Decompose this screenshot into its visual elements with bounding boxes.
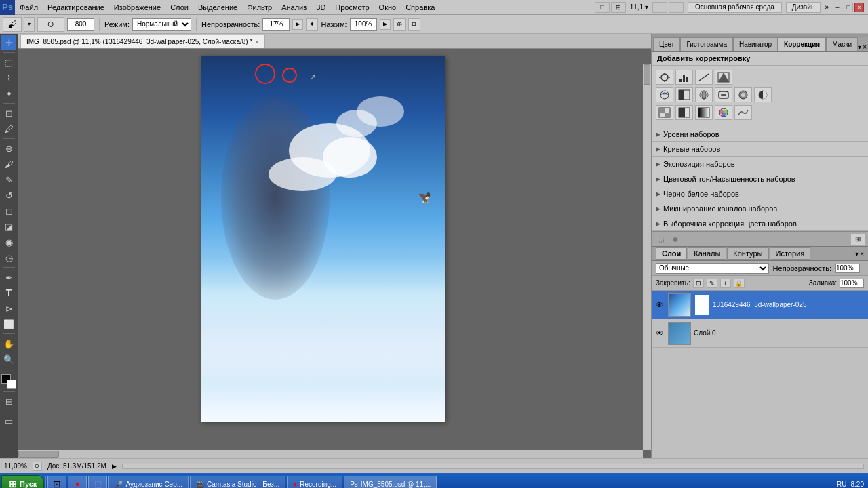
lock-icon[interactable]: 🔒 bbox=[734, 279, 745, 288]
screen-mode-btn-tools[interactable]: ▭ bbox=[1, 413, 16, 428]
layer-row-0[interactable]: 👁 1316429446_3d-wallpaper-025 bbox=[652, 291, 868, 319]
h-scroll-thumb[interactable] bbox=[18, 451, 59, 458]
text-tool[interactable]: T bbox=[1, 285, 16, 300]
layer-blend-select[interactable]: Обычные bbox=[656, 263, 769, 274]
gradient-tool[interactable]: ◪ bbox=[1, 219, 16, 234]
shape-tool[interactable]: ⬜ bbox=[1, 317, 16, 331]
marquee-tool[interactable]: ⬚ bbox=[1, 55, 16, 70]
eyedropper-tool[interactable]: 🖊 bbox=[1, 121, 16, 136]
layer-row-1[interactable]: 👁 Слой 0 bbox=[652, 319, 868, 348]
zoom-tool[interactable]: 🔍 bbox=[1, 352, 16, 367]
channel-mix-icon[interactable] bbox=[695, 87, 713, 102]
taskbar-icon3[interactable]: ⬚ bbox=[88, 476, 107, 488]
menu-layers[interactable]: Слои bbox=[165, 0, 193, 14]
screen-mode-btn[interactable]: □ bbox=[595, 2, 610, 13]
crop-tool[interactable]: ⊡ bbox=[1, 106, 16, 121]
pressure-increase-btn[interactable]: ▶ bbox=[380, 19, 391, 30]
vertical-scrollbar[interactable] bbox=[643, 64, 651, 450]
color-swatches[interactable] bbox=[1, 374, 16, 389]
menu-select[interactable]: Выделение bbox=[193, 0, 242, 14]
maximize-btn[interactable]: □ bbox=[844, 3, 853, 12]
brightness-icon[interactable] bbox=[656, 70, 673, 85]
bw-icon[interactable] bbox=[675, 87, 693, 102]
zoom-info-btn[interactable]: ⊙ bbox=[33, 462, 42, 471]
start-button[interactable]: ⊞ Пуск bbox=[1, 475, 44, 488]
curves-icon[interactable] bbox=[695, 70, 713, 85]
layer-visibility-1[interactable]: 👁 bbox=[654, 328, 665, 339]
brush-preset-btn[interactable]: ○ bbox=[37, 17, 64, 32]
arrange-btn[interactable] bbox=[652, 2, 667, 13]
eraser-tool[interactable]: ◻ bbox=[1, 203, 16, 218]
selective-color-item[interactable]: ▶ Выборочная коррекция цвета наборов bbox=[652, 216, 868, 231]
canvas-viewport[interactable]: 🦅 ↗ bbox=[18, 49, 651, 458]
clone-stamp-tool[interactable]: ✎ bbox=[1, 172, 16, 187]
posterize-icon[interactable] bbox=[656, 105, 673, 120]
color-tab[interactable]: Цвет bbox=[653, 37, 680, 51]
healing-brush-tool[interactable]: ⊕ bbox=[1, 141, 16, 156]
pen-tool[interactable]: ✒ bbox=[1, 270, 16, 285]
blend-mode-select[interactable]: Нормальный bbox=[132, 18, 191, 30]
panel-close-btn[interactable]: × bbox=[863, 43, 867, 51]
curves-item[interactable]: ▶ Кривые наборов bbox=[652, 142, 868, 157]
tab-close-btn[interactable]: × bbox=[255, 39, 258, 45]
menu-window[interactable]: Окно bbox=[374, 0, 401, 14]
horizontal-scrollbar[interactable] bbox=[18, 450, 643, 458]
paths-tab[interactable]: Контуры bbox=[727, 247, 768, 260]
right-icon2[interactable]: ● bbox=[669, 233, 682, 245]
menu-analysis[interactable]: Анализ bbox=[277, 0, 311, 14]
layers-tab[interactable]: Слои bbox=[656, 247, 687, 260]
workspace-btn[interactable]: Основная рабочая среда bbox=[688, 2, 782, 13]
dodge-tool[interactable]: ◷ bbox=[1, 250, 16, 265]
airbrush-btn[interactable]: ✦ bbox=[306, 18, 318, 30]
navigator-tab[interactable]: Навигатор bbox=[733, 37, 778, 51]
hand-tool[interactable]: ✋ bbox=[1, 336, 16, 351]
right-options-btn[interactable]: ⊞ bbox=[850, 233, 865, 245]
brush-tool[interactable]: 🖌 bbox=[1, 157, 16, 171]
taskbar-audio[interactable]: 🎤 Аудиозапис Сер... bbox=[108, 476, 189, 488]
layers-panel-menu[interactable]: ▾ bbox=[855, 250, 859, 258]
lock-pixels-btn[interactable]: ⊡ bbox=[693, 279, 704, 288]
menu-view[interactable]: Просмотр bbox=[330, 0, 374, 14]
lock-all-btn[interactable]: + bbox=[720, 279, 731, 288]
design-btn[interactable]: Дизайн bbox=[786, 2, 821, 13]
taskbar-recording[interactable]: ● Recording... bbox=[287, 476, 342, 488]
tool-options-arrow[interactable]: ▾ bbox=[24, 17, 35, 32]
background-color[interactable] bbox=[7, 380, 16, 389]
v-scroll-thumb[interactable] bbox=[644, 64, 650, 85]
screen-mode-btn2[interactable]: ⊞ bbox=[611, 2, 626, 13]
brush-size-input[interactable] bbox=[67, 18, 94, 30]
levels-icon[interactable] bbox=[675, 70, 693, 85]
pressure-input[interactable] bbox=[350, 18, 377, 30]
opacity-increase-btn[interactable]: ▶ bbox=[292, 19, 303, 30]
lasso-tool[interactable]: ⌇ bbox=[1, 70, 16, 85]
taskbar-icon2[interactable]: ● bbox=[68, 476, 87, 488]
panel-menu-btn[interactable]: ▾ bbox=[858, 43, 861, 51]
quick-mask-btn[interactable]: ⊞ bbox=[1, 394, 16, 409]
correction-tab[interactable]: Коррекция bbox=[778, 37, 826, 51]
hue-sat-icon[interactable] bbox=[656, 87, 673, 102]
photo-filter-icon[interactable] bbox=[715, 87, 732, 102]
histogram-tab[interactable]: Гистограмма bbox=[680, 37, 733, 51]
stylus-btn[interactable]: ⊕ bbox=[393, 18, 406, 30]
brush-tool-icon[interactable]: 🖌 bbox=[3, 17, 22, 32]
new-layer-icon[interactable]: ⬚ bbox=[654, 233, 667, 245]
channel-mix-item[interactable]: ▶ Микширование каналов наборов bbox=[652, 201, 868, 216]
invert-icon[interactable] bbox=[754, 87, 772, 102]
layer-opacity-input[interactable] bbox=[835, 264, 860, 273]
menu-file[interactable]: Файл bbox=[15, 0, 43, 14]
menu-filter[interactable]: Фильтр bbox=[242, 0, 277, 14]
color-lookup-icon[interactable] bbox=[734, 87, 752, 102]
opacity-input[interactable] bbox=[262, 18, 290, 30]
lock-move-btn[interactable]: ✎ bbox=[707, 279, 717, 288]
history-brush-tool[interactable]: ↺ bbox=[1, 188, 16, 203]
path-select-tool[interactable]: ⊳ bbox=[1, 301, 16, 316]
menu-help[interactable]: Справка bbox=[401, 0, 439, 14]
taskbar-icon1[interactable]: ⊡ bbox=[47, 476, 66, 488]
selective-color-icon[interactable] bbox=[715, 105, 732, 120]
extend-btn[interactable]: » bbox=[825, 3, 829, 11]
document-tab[interactable]: IMG_8505.psd @ 11,1% (1316429446_3d-wall… bbox=[20, 35, 265, 48]
close-btn[interactable]: × bbox=[854, 3, 864, 12]
exposure-item[interactable]: ▶ Экспозиция наборов bbox=[652, 157, 868, 171]
layers-panel-close[interactable]: × bbox=[860, 250, 864, 258]
magic-wand-tool[interactable]: ✦ bbox=[1, 86, 16, 101]
